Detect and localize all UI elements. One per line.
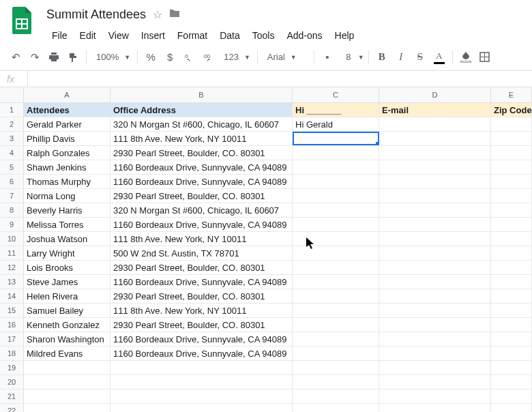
cell-C16[interactable]	[293, 318, 379, 332]
cell-B16[interactable]: 2930 Pearl Street, Boulder, CO. 80301	[110, 318, 293, 332]
cell-B18[interactable]: 1160 Bordeaux Drive, Sunnyvale, CA 94089	[110, 347, 293, 360]
row-header-1[interactable]: 1	[0, 103, 24, 117]
cell-A13[interactable]: Steve James	[24, 275, 110, 289]
row-header-11[interactable]: 11	[0, 246, 24, 260]
cell-D9[interactable]	[379, 218, 491, 231]
cell-D14[interactable]	[379, 289, 491, 303]
cell-D6[interactable]	[379, 175, 491, 188]
sheets-logo-icon[interactable]	[10, 5, 34, 35]
cell-D8[interactable]	[379, 203, 491, 217]
cell-B9[interactable]: 1160 Bordeaux Drive, Sunnyvale, CA 94089	[110, 218, 293, 231]
row-header-2[interactable]: 2	[0, 117, 24, 131]
strikethrough-button[interactable]: S	[411, 48, 429, 66]
cell-C18[interactable]	[293, 347, 379, 360]
cell-B22[interactable]	[110, 404, 293, 412]
bold-button[interactable]: B	[373, 48, 391, 66]
cell-B20[interactable]	[110, 375, 293, 389]
cell-C10[interactable]	[293, 232, 379, 246]
cell-E15[interactable]	[491, 304, 532, 317]
cell-C17[interactable]	[293, 332, 379, 346]
row-header-15[interactable]: 15	[0, 304, 24, 317]
cell-A21[interactable]	[24, 389, 110, 403]
menu-file[interactable]: File	[46, 27, 73, 44]
cell-E3[interactable]	[491, 132, 532, 145]
row-header-12[interactable]: 12	[0, 261, 24, 274]
row-header-7[interactable]: 7	[0, 189, 24, 203]
number-format-select[interactable]: 123 ▼	[218, 48, 253, 66]
column-header-B[interactable]: B	[110, 87, 293, 102]
print-button[interactable]	[45, 48, 63, 66]
cell-E13[interactable]	[491, 275, 532, 289]
cell-B1[interactable]: Office Address	[110, 103, 293, 117]
row-header-6[interactable]: 6	[0, 175, 24, 188]
row-header-4[interactable]: 4	[0, 146, 24, 160]
cell-D13[interactable]	[379, 275, 491, 289]
menu-view[interactable]: View	[103, 27, 134, 44]
cell-A4[interactable]: Ralph Gonzales	[24, 146, 110, 160]
row-header-19[interactable]: 19	[0, 361, 24, 374]
cell-E4[interactable]	[491, 146, 532, 160]
cell-D16[interactable]	[379, 318, 491, 332]
star-icon[interactable]: ☆	[153, 8, 162, 21]
cell-B2[interactable]: 320 N Morgan St #600, Chicago, IL 60607	[110, 117, 293, 131]
cell-A14[interactable]: Helen Rivera	[24, 289, 110, 303]
cell-E21[interactable]	[491, 389, 532, 403]
cell-A16[interactable]: Kenneth Gonzalez	[24, 318, 110, 332]
row-header-16[interactable]: 16	[0, 318, 24, 332]
format-currency-button[interactable]: $	[161, 48, 179, 66]
cell-B8[interactable]: 320 N Morgan St #600, Chicago, IL 60607	[110, 203, 293, 217]
cell-A11[interactable]: Larry Wright	[24, 246, 110, 260]
cell-E7[interactable]	[491, 189, 532, 203]
cell-D21[interactable]	[379, 389, 491, 403]
paint-format-button[interactable]	[64, 48, 82, 66]
cell-C15[interactable]	[293, 304, 379, 317]
cell-D10[interactable]	[379, 232, 491, 246]
cell-E17[interactable]	[491, 332, 532, 346]
cell-A17[interactable]: Sharon Washington	[24, 332, 110, 346]
cell-B17[interactable]: 1160 Bordeaux Drive, Sunnyvale, CA 94089	[110, 332, 293, 346]
cell-E9[interactable]	[491, 218, 532, 231]
cell-D18[interactable]	[379, 347, 491, 360]
cell-D1[interactable]: E-mail	[379, 103, 491, 117]
column-header-A[interactable]: A	[24, 87, 110, 102]
cell-E18[interactable]	[491, 347, 532, 360]
borders-button[interactable]	[476, 48, 494, 66]
cell-C13[interactable]	[293, 275, 379, 289]
cell-D4[interactable]	[379, 146, 491, 160]
cell-A12[interactable]: Lois Brooks	[24, 261, 110, 274]
menu-format[interactable]: Format	[172, 27, 213, 44]
row-header-10[interactable]: 10	[0, 232, 24, 246]
document-title[interactable]: Summit Attendees	[46, 8, 146, 22]
cell-E8[interactable]	[491, 203, 532, 217]
increase-decimal-button[interactable]: .00	[199, 48, 217, 66]
cell-D5[interactable]	[379, 160, 491, 174]
menu-tools[interactable]: Tools	[247, 27, 280, 44]
cell-A8[interactable]: Beverly Harris	[24, 203, 110, 217]
cell-A2[interactable]: Gerald Parker	[24, 117, 110, 131]
cell-B12[interactable]: 2930 Pearl Street, Boulder, CO. 80301	[110, 261, 293, 274]
formula-input[interactable]	[28, 74, 532, 84]
cell-C1[interactable]: Hi _______	[293, 103, 379, 117]
menu-help[interactable]: Help	[329, 27, 360, 44]
cell-C21[interactable]	[293, 389, 379, 403]
cell-A3[interactable]: Phillip Davis	[24, 132, 110, 145]
cell-C9[interactable]	[293, 218, 379, 231]
redo-button[interactable]: ↷	[26, 48, 44, 66]
cell-C14[interactable]	[293, 289, 379, 303]
cell-A6[interactable]: Thomas Murphy	[24, 175, 110, 188]
cell-E10[interactable]	[491, 232, 532, 246]
cell-A20[interactable]	[24, 375, 110, 389]
decrease-decimal-button[interactable]: .0	[180, 48, 198, 66]
cell-B10[interactable]: 111 8th Ave. New York, NY 10011	[110, 232, 293, 246]
cell-A7[interactable]: Norma Long	[24, 189, 110, 203]
cell-E5[interactable]	[491, 160, 532, 174]
cell-B5[interactable]: 1160 Bordeaux Drive, Sunnyvale, CA 94089	[110, 160, 293, 174]
move-folder-icon[interactable]	[169, 8, 180, 20]
cell-E16[interactable]	[491, 318, 532, 332]
row-header-18[interactable]: 18	[0, 347, 24, 360]
cell-C6[interactable]	[293, 175, 379, 188]
menu-data[interactable]: Data	[214, 27, 246, 44]
text-color-button[interactable]: A	[430, 48, 448, 66]
select-all-corner[interactable]	[0, 87, 24, 102]
column-header-D[interactable]: D	[379, 87, 491, 102]
